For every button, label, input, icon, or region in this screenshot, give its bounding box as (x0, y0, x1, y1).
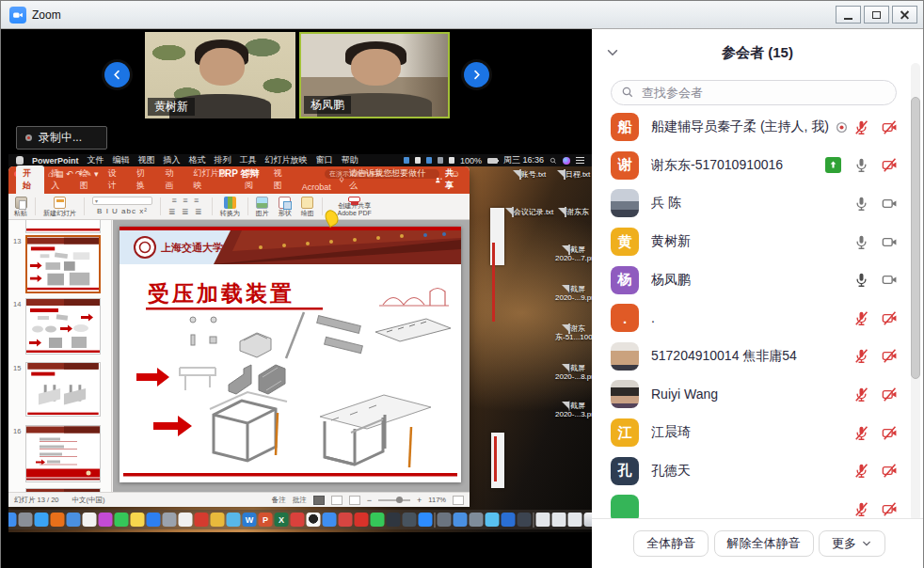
participant-row[interactable]: 谢 谢东东-517010910016 (592, 147, 923, 185)
previous-videos-button[interactable] (104, 62, 130, 87)
dock-qq-icon[interactable] (307, 513, 321, 527)
status-icon[interactable] (404, 157, 409, 164)
tab-insert[interactable]: 插入 (44, 166, 72, 194)
dock-chrome-icon[interactable] (454, 513, 468, 527)
slide-thumbnail[interactable] (25, 298, 101, 355)
tab-review[interactable]: 审阅 (238, 166, 266, 194)
slideshow-view-button[interactable] (349, 496, 360, 505)
tab-draw[interactable]: 绘图 (73, 166, 102, 194)
dock-music-icon[interactable] (99, 513, 113, 527)
participant-row[interactable]: 杨 杨凤鹏 (592, 260, 923, 299)
participant-row[interactable]: Ruiyi Wang (592, 375, 923, 414)
slide-sorter-view-button[interactable] (331, 496, 343, 505)
spotlight-search-icon[interactable] (550, 157, 557, 165)
mac-app-menu[interactable]: PowerPoint (32, 156, 79, 166)
tab-transitions[interactable]: 切换 (130, 166, 158, 194)
dock-notes-icon[interactable] (131, 513, 145, 527)
font-style-buttons[interactable]: B I U abc x² (97, 207, 148, 216)
comments-button[interactable]: 批注 (293, 496, 307, 505)
font-group[interactable]: ▾ B I U abc x² (90, 196, 154, 217)
dock-netease-mail-icon[interactable] (291, 513, 305, 527)
participant-row[interactable] (592, 490, 923, 518)
tab-animations[interactable]: 动画 (158, 166, 186, 194)
close-button[interactable] (892, 6, 917, 24)
dock-tim-icon[interactable] (323, 513, 337, 527)
participant-row[interactable]: 船 船建辅导员秦子柔 (主持人, 我) (592, 108, 923, 147)
video-tile[interactable]: 黄树新 (145, 32, 295, 118)
participant-row[interactable]: 黄 黄树新 (592, 223, 923, 261)
desktop-file[interactable]: 谢东东 (555, 208, 592, 216)
dock-play-icon[interactable] (371, 513, 385, 527)
participant-row[interactable]: 517204910014 焦非庸54 (592, 338, 923, 376)
draw-button[interactable]: 绘图 (299, 196, 316, 217)
desktop-file[interactable]: 截屏2020-...8.png (555, 364, 592, 381)
share-button[interactable]: 共享 (425, 167, 470, 194)
bluetooth-icon[interactable] (438, 157, 443, 164)
insert-shape-button[interactable]: 形状 (277, 196, 294, 217)
slide-thumbnail[interactable] (25, 362, 101, 417)
wifi-icon[interactable] (449, 157, 454, 164)
desktop-file[interactable]: 截屏2020-...7.png (555, 245, 592, 262)
dock-settings-icon[interactable] (470, 513, 484, 527)
dock-firefox-icon[interactable] (51, 513, 65, 527)
dock-app-store-icon[interactable] (147, 513, 161, 527)
maximize-button[interactable] (864, 6, 889, 24)
dock-safari-icon[interactable] (35, 513, 49, 527)
dock-excel-icon[interactable]: X (275, 513, 289, 527)
mute-all-button[interactable]: 全体静音 (633, 530, 709, 557)
notification-center-icon[interactable] (576, 157, 584, 164)
dock-stack-downloads-icon[interactable] (552, 513, 566, 527)
desktop-file[interactable]: 谢东东-51...10016 (555, 324, 592, 341)
mac-menu-item[interactable]: 帮助 (342, 154, 358, 166)
dock-time-machine-icon[interactable] (339, 513, 353, 527)
desktop-file[interactable]: 截屏2020-...9.png (555, 285, 592, 302)
dock-photos-icon[interactable] (83, 513, 97, 527)
panel-scrollbar-thumb[interactable] (911, 97, 920, 379)
participant-row[interactable]: 孔 孔德天 (592, 451, 923, 490)
dock-zoom-icon[interactable] (419, 513, 433, 527)
slide-thumbnail-12-partial[interactable] (25, 220, 101, 233)
dock-word-icon[interactable]: W (243, 513, 257, 527)
desktop-file[interactable]: 截屏2020-...3.png (555, 402, 592, 418)
paste-button[interactable]: 粘贴 (12, 196, 29, 217)
dock-folder-icon[interactable] (211, 513, 225, 527)
zoom-percent[interactable]: 117% (428, 496, 446, 504)
font-name-select[interactable]: ▾ (92, 197, 152, 205)
dock-snipaste-icon[interactable] (502, 513, 516, 527)
paragraph-group[interactable]: ≡ ≡ ≡ ≣ ≣ ≣ (167, 196, 206, 217)
tab-view[interactable]: 视图 (267, 166, 295, 194)
dock-maps-icon[interactable] (486, 513, 500, 527)
participant-row[interactable]: . . (592, 299, 923, 338)
slide-thumbnail-selected[interactable] (25, 235, 101, 293)
dock-stack-documents-icon[interactable] (536, 513, 550, 527)
status-icon[interactable] (426, 157, 432, 164)
tab-home[interactable]: 开始 (16, 166, 44, 194)
zoom-slider[interactable] (378, 499, 410, 501)
tell-me-box[interactable]: 请告诉我您想要做什么 (338, 167, 425, 194)
dock-monitor-icon[interactable] (518, 513, 532, 527)
tab-design[interactable]: 设计 (102, 166, 130, 194)
minimize-button[interactable] (836, 6, 861, 24)
normal-view-button[interactable] (313, 496, 325, 505)
dock-preview-icon[interactable] (163, 513, 177, 527)
mac-menu-item[interactable]: 窗口 (316, 154, 333, 166)
search-input[interactable] (611, 80, 897, 105)
dock-launchpad-icon[interactable] (19, 513, 33, 527)
dock-bluetooth-exchange-icon[interactable] (438, 513, 452, 527)
new-slide-button[interactable]: 新建幻灯片 (41, 196, 78, 217)
slide-thumbnail[interactable] (25, 425, 101, 482)
dock-stack-screenshots-icon[interactable] (568, 513, 582, 527)
desktop-file[interactable]: 会议记录.txt (511, 208, 554, 216)
dock-mail-icon[interactable] (67, 513, 81, 527)
apple-menu-icon[interactable] (16, 156, 24, 165)
next-videos-button[interactable] (464, 62, 489, 87)
dock-vm-icon[interactable] (403, 513, 417, 527)
language-indicator[interactable]: 中文(中国) (72, 496, 105, 505)
tab-slideshow[interactable]: 幻灯片放映 (187, 166, 239, 194)
tab-acrobat[interactable]: Acrobat (295, 181, 338, 194)
video-tile-active-speaker[interactable]: 杨凤鹏 (299, 32, 450, 118)
participant-row[interactable]: 江 江晨琦 (592, 414, 923, 452)
participant-row[interactable]: 兵 陈 (592, 184, 923, 223)
dock-pages-icon[interactable] (179, 513, 193, 527)
unmute-all-button[interactable]: 解除全体静音 (714, 530, 814, 557)
